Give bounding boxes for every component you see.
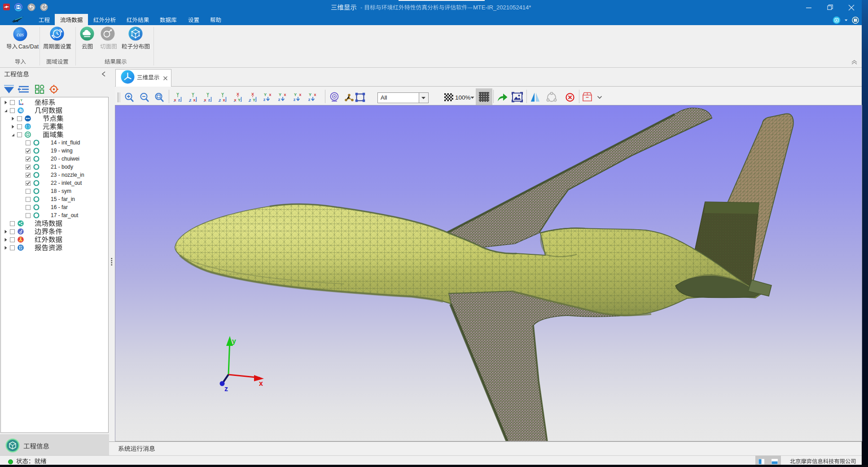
svg-text:z: z (224, 385, 228, 393)
svg-text:z: z (20, 102, 22, 105)
svg-text:x: x (284, 92, 286, 97)
svg-text:Y: Y (279, 92, 281, 97)
svg-text:z: z (278, 97, 281, 102)
svg-text:Y: Y (264, 92, 267, 97)
svg-text:x: x (259, 380, 263, 387)
svg-text:Y: Y (238, 98, 241, 102)
svg-text:z: z (208, 98, 210, 102)
svg-text:y: y (232, 337, 236, 345)
svg-text:Y: Y (21, 99, 23, 102)
svg-text:x: x (223, 98, 225, 102)
svg-text:z: z (178, 98, 180, 102)
svg-text:x: x (193, 98, 195, 102)
svg-text:x: x (299, 92, 301, 97)
svg-text:Y: Y (309, 92, 311, 97)
svg-text:Y: Y (294, 92, 297, 97)
svg-text:z: z (263, 97, 266, 102)
svg-text:x: x (314, 92, 316, 97)
svg-text:z: z (294, 97, 296, 102)
svg-text:z: z (308, 97, 311, 102)
svg-text:x: x (22, 102, 24, 105)
svg-text:x: x (269, 92, 271, 97)
svg-text:Y: Y (253, 98, 255, 102)
svg-text:cas: cas (17, 31, 24, 38)
